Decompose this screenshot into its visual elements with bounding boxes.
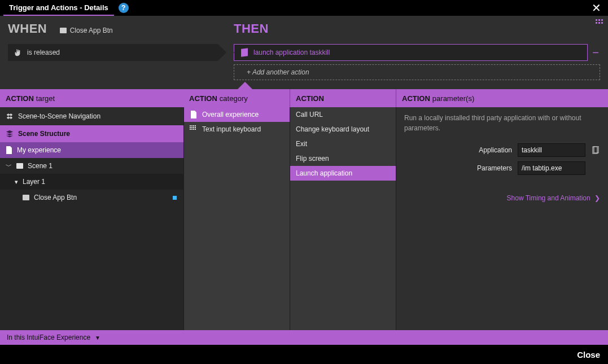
action-parameters-panel: Run a locally installed third party appl… (396, 107, 608, 330)
action-item-exit[interactable]: Exit (290, 137, 396, 151)
column-headers: ACTIONtarget ACTIONcategory ACTION ACTIO… (0, 89, 608, 107)
application-label: Application (479, 146, 512, 154)
window-close-button[interactable]: ✕ (588, 1, 605, 15)
action-description: Run a locally installed third party appl… (404, 113, 600, 133)
action-list: Call URL Change keyboard layout Exit Fli… (290, 107, 396, 330)
parameters-input[interactable] (518, 161, 585, 175)
then-action-row: launch application taskkill − (234, 44, 600, 61)
scope-label: In this IntuiFace Experience (7, 334, 90, 341)
tree-label: Scene-to-Scene Navigation (18, 112, 100, 120)
tree-item-scene[interactable]: ﹀ Scene 1 (0, 158, 183, 174)
then-action-chip[interactable]: launch application taskkill (234, 44, 588, 61)
pointer-caret-icon (237, 82, 253, 90)
tree-label: Close App Btn (34, 194, 77, 201)
scope-footer[interactable]: In this IntuiFace Experience ▼ (0, 330, 608, 345)
add-action-label: + Add another action (247, 68, 309, 76)
when-label: WHEN (8, 21, 47, 36)
window-title: Trigger and Actions - Details (3, 0, 114, 16)
field-parameters: Parameters (404, 161, 600, 175)
action-label: Flip screen (296, 155, 329, 163)
action-category-list: Overall experience Text input keyboard (183, 107, 290, 330)
action-label: Call URL (296, 111, 323, 119)
browse-application-button[interactable] (591, 146, 600, 155)
action-type-icon (241, 48, 248, 56)
titlebar: Trigger and Actions - Details ? ✕ (0, 0, 608, 16)
application-input[interactable] (518, 143, 585, 157)
parameter-fields: Application Parameters (404, 143, 600, 175)
element-icon (23, 195, 29, 200)
tree-label: Scene 1 (28, 162, 53, 170)
action-target-tree: Scene-to-Scene Navigation Scene Structur… (0, 107, 183, 330)
help-button[interactable]: ? (119, 3, 129, 13)
layout-grid-icon[interactable] (596, 19, 605, 26)
tree-label: Scene Structure (18, 130, 70, 138)
trigger-chip[interactable]: is released (8, 44, 218, 61)
element-icon (60, 28, 67, 33)
parameters-label: Parameters (477, 164, 512, 172)
nav-arrows-icon (6, 112, 14, 120)
chevron-down-icon: ▼ (95, 335, 100, 341)
tree-item-close-app-btn[interactable]: Close App Btn (0, 190, 183, 205)
timing-link-label: Show Timing and Animation (507, 194, 590, 202)
header-target: ACTIONtarget (0, 89, 183, 107)
layers-icon (6, 130, 14, 138)
category-item-text-input-keyboard[interactable]: Text input keyboard (184, 122, 290, 137)
category-label: Text input keyboard (202, 125, 261, 133)
category-item-overall-experience[interactable]: Overall experience (184, 107, 290, 122)
remove-action-button[interactable]: − (591, 46, 600, 59)
app-window: Trigger and Actions - Details ? ✕ WHEN C… (0, 0, 608, 364)
field-application: Application (404, 143, 600, 157)
trigger-label: is released (27, 49, 60, 56)
hand-icon (14, 49, 21, 56)
tree-item-layer[interactable]: ▾ Layer 1 (0, 174, 183, 190)
then-label: THEN (234, 21, 269, 36)
tree-item-navigation[interactable]: Scene-to-Scene Navigation (0, 107, 183, 125)
action-item-flip-screen[interactable]: Flip screen (290, 151, 396, 166)
tree-section-structure[interactable]: Scene Structure (0, 125, 183, 142)
svg-rect-1 (594, 146, 598, 153)
action-item-call-url[interactable]: Call URL (290, 107, 396, 122)
scene-icon (16, 163, 23, 169)
svg-rect-0 (593, 147, 597, 154)
header-parameters: ACTIONparameter(s) (396, 89, 608, 107)
document-icon (6, 146, 12, 154)
action-item-launch-application[interactable]: Launch application (290, 166, 396, 181)
when-subject[interactable]: Close App Btn (60, 27, 113, 34)
category-label: Overall experience (202, 111, 259, 119)
bottom-bar: Close (0, 345, 608, 364)
add-action-button[interactable]: + Add another action (234, 64, 600, 80)
header-category: ACTIONcategory (183, 89, 290, 107)
chevron-down-icon: ▾ (15, 178, 18, 186)
chevron-down-icon: ﹀ (6, 162, 12, 170)
close-button[interactable]: Close (577, 350, 600, 359)
when-subject-text: Close App Btn (70, 27, 113, 34)
action-label: Exit (296, 140, 307, 148)
tree-label: My experience (17, 146, 61, 154)
action-label: Launch application (296, 169, 352, 177)
body: Scene-to-Scene Navigation Scene Structur… (0, 107, 608, 330)
tree-item-experience[interactable]: My experience (0, 142, 183, 158)
when-section: WHEN Close App Btn is released (0, 16, 226, 89)
keyboard-icon (190, 125, 198, 133)
when-trigger-row: is released (8, 44, 218, 61)
document-icon (190, 111, 198, 119)
action-item-change-keyboard-layout[interactable]: Change keyboard layout (290, 122, 396, 137)
tree-label: Layer 1 (23, 178, 45, 186)
show-timing-link[interactable]: Show Timing and Animation ❯ (404, 194, 600, 202)
then-action-label: launch application taskkill (253, 49, 330, 56)
browse-icon (592, 146, 599, 154)
chevron-right-icon: ❯ (594, 194, 600, 202)
header-action: ACTION (290, 89, 396, 107)
then-section: THEN launch application taskkill − + Add… (226, 16, 608, 89)
then-add-row: + Add another action (234, 64, 600, 80)
action-label: Change keyboard layout (296, 125, 369, 133)
when-then-panel: WHEN Close App Btn is released THEN (0, 16, 608, 89)
